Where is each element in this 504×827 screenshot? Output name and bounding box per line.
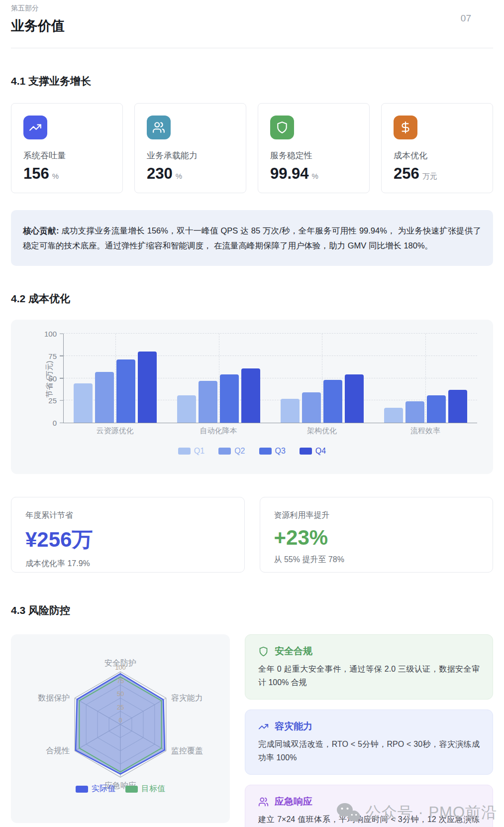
watermark-text: 公众号 · PMO前沿: [366, 802, 497, 823]
heading-cost: 4.2 成本优化: [11, 292, 493, 306]
metric-card: 系统吞吐量156%: [11, 103, 123, 193]
bar-q3: [116, 359, 135, 423]
risk-section: 安全防护容灾能力监控覆盖应急响应合规性数据保护0255075100 实际值目标值…: [11, 634, 493, 827]
bar-q1: [74, 383, 93, 423]
bar-q3: [427, 395, 446, 423]
bar-group: [271, 334, 374, 423]
legend-item-q2[interactable]: Q2: [218, 447, 245, 456]
bar-q4: [138, 352, 157, 423]
users-icon: [258, 797, 269, 807]
radar-svg: 安全防护容灾能力监控覆盖应急响应合规性数据保护0255075100: [11, 634, 230, 823]
bar-q1: [177, 395, 196, 423]
bar-chart-legend: Q1Q2Q3Q4: [11, 447, 493, 456]
metric-value: 256万元: [394, 165, 481, 183]
stat-label: 资源利用率提升: [274, 510, 479, 521]
legend-swatch: [76, 786, 88, 793]
legend-label: Q1: [194, 447, 204, 456]
metric-label: 成本优化: [394, 150, 481, 161]
metric-card: 服务稳定性99.94%: [258, 103, 370, 193]
heading-risk: 4.3 风险防控: [11, 603, 493, 617]
x-axis-label: 流程效率: [374, 426, 477, 436]
metric-value: 230%: [147, 165, 234, 183]
radar-axis-label: 监控覆盖: [171, 746, 203, 755]
dollar-icon: [394, 116, 417, 139]
metric-unit: %: [176, 172, 182, 180]
legend-item-q1[interactable]: Q1: [178, 447, 204, 456]
legend-label: Q4: [315, 447, 326, 456]
page-title: 业务价值: [11, 17, 493, 35]
radar-axis-label: 数据保护: [38, 694, 70, 702]
bar-q2: [302, 392, 321, 423]
radar-tick-label: 25: [117, 704, 124, 711]
bar-q2: [95, 372, 114, 423]
radar-tick-label: 50: [117, 690, 124, 698]
risk-card-安全合规: 安全合规全年 0 起重大安全事件，通过等保 2.0 三级认证，数据安全审计 10…: [245, 634, 493, 700]
users-icon: [147, 116, 171, 139]
stat-card: 资源利用率提升+23%从 55% 提升至 78%: [260, 497, 494, 573]
legend-item-q3[interactable]: Q3: [259, 447, 286, 456]
stat-value: ¥256万: [25, 526, 230, 554]
legend-swatch: [259, 448, 272, 455]
risk-card-title: 应急响应: [275, 795, 312, 808]
stat-card: 年度累计节省¥256万成本优化率 17.9%: [11, 497, 245, 573]
risk-card-header: 安全合规: [258, 645, 480, 658]
legend-label: 目标值: [141, 784, 165, 794]
bar-group: [374, 334, 477, 423]
legend-item-目标值[interactable]: 目标值: [125, 784, 165, 794]
y-axis-tick: 100: [44, 330, 57, 338]
page-number: 07: [461, 13, 471, 24]
legend-item-q4[interactable]: Q4: [300, 447, 326, 456]
radar-tick-label: 75: [117, 677, 124, 685]
stat-label: 年度累计节省: [25, 510, 230, 521]
metric-number: 99.94: [270, 165, 309, 182]
y-axis-tick: 25: [48, 396, 57, 405]
callout-text: 成功支撑业务流量增长 156%，双十一峰值 QPS 达 85 万次/秒，全年服务…: [23, 226, 481, 250]
stat-note: 成本优化率 17.9%: [25, 559, 230, 569]
risk-radar-chart: 安全防护容灾能力监控覆盖应急响应合规性数据保护0255075100 实际值目标值: [11, 634, 230, 823]
risk-card-text: 完成同城双活改造，RTO < 5分钟，RPO < 30秒，容灾演练成功率 100…: [258, 737, 480, 764]
bar-q4: [448, 390, 467, 423]
metric-card: 业务承载能力230%: [134, 103, 246, 193]
metric-number: 156: [23, 165, 49, 182]
radar-legend: 实际值目标值: [11, 784, 230, 794]
bar-group: [167, 334, 271, 423]
radar-tick-label: 100: [115, 664, 126, 671]
legend-swatch: [178, 448, 191, 455]
radar-axis-label: 容灾能力: [171, 694, 203, 702]
risk-card-容灾能力: 容灾能力完成同城双活改造，RTO < 5分钟，RPO < 30秒，容灾演练成功率…: [245, 709, 493, 775]
bar-plot-area: 0255075100: [63, 334, 477, 423]
legend-swatch: [218, 448, 231, 455]
metric-unit: %: [52, 172, 59, 180]
legend-label: Q2: [234, 447, 245, 456]
metric-label: 系统吞吐量: [23, 150, 110, 161]
metric-unit: %: [312, 172, 318, 180]
x-axis-label: 自动化降本: [167, 426, 270, 436]
legend-label: Q3: [275, 447, 286, 456]
heading-growth: 4.1 支撑业务增长: [11, 74, 493, 88]
stat-note: 从 55% 提升至 78%: [274, 555, 479, 565]
bar-q1: [281, 399, 300, 423]
risk-card-title: 安全合规: [275, 645, 312, 658]
callout-label: 核心贡献:: [23, 226, 59, 235]
bar-q1: [384, 408, 403, 423]
bar-q2: [199, 381, 217, 423]
metric-unit: 万元: [422, 172, 437, 180]
x-axis-label: 架构优化: [270, 426, 374, 436]
section-eyebrow: 第五部分: [11, 4, 493, 13]
core-contribution-callout: 核心贡献: 成功支撑业务流量增长 156%，双十一峰值 QPS 达 85 万次/…: [11, 210, 493, 266]
bar-q4: [241, 368, 260, 423]
legend-item-实际值[interactable]: 实际值: [76, 784, 115, 794]
report-page: 第五部分 业务价值 07 4.1 支撑业务增长 系统吞吐量156%业务承载能力2…: [0, 0, 504, 827]
wechat-icon: [336, 802, 361, 823]
shield-icon: [258, 646, 269, 657]
metric-label: 业务承载能力: [147, 150, 234, 161]
trend-up-icon: [23, 116, 47, 139]
bar-q3: [220, 374, 239, 423]
y-axis-tickmark: [60, 355, 63, 356]
cost-bar-chart: 节省 (万元) 0255075100 云资源优化自动化降本架构优化流程效率 Q1…: [11, 320, 493, 474]
bar-q3: [323, 380, 342, 423]
metric-label: 服务稳定性: [270, 150, 357, 161]
y-axis-tick: 0: [53, 419, 57, 427]
cost-stat-row: 年度累计节省¥256万成本优化率 17.9%资源利用率提升+23%从 55% 提…: [11, 497, 493, 573]
shield-icon: [270, 116, 294, 139]
